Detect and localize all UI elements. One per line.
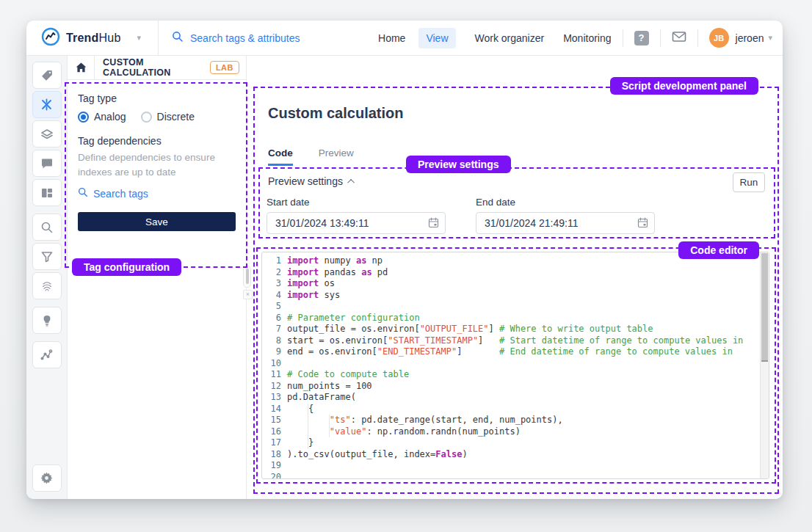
fingerprint-icon <box>40 280 54 293</box>
line-number: 6 <box>267 313 281 324</box>
start-date-input[interactable] <box>267 212 446 234</box>
nav-link-view[interactable]: View <box>418 28 455 48</box>
sidebar-item-filter[interactable] <box>32 243 62 270</box>
tab-preview[interactable]: Preview <box>319 147 354 166</box>
indent-guide <box>308 404 308 449</box>
user-name: jeroen <box>736 32 764 44</box>
code-line: 18).to_csv(output_file, index=False) <box>262 449 760 461</box>
help-icon[interactable]: ? <box>634 31 649 45</box>
home-icon[interactable] <box>68 56 95 79</box>
code-line: 11# Code to compute table <box>262 369 760 381</box>
line-number: 1 <box>267 255 281 267</box>
global-search-input[interactable]: Search tags & attributes <box>159 31 300 45</box>
line-number: 10 <box>267 358 281 370</box>
run-button[interactable]: Run <box>733 172 765 192</box>
nav-link-work-organizer[interactable]: Work organizer <box>475 32 545 44</box>
app-body: CUSTOM CALCULATION LAB Tag type AnalogDi… <box>26 56 783 499</box>
radio-analog[interactable]: Analog <box>78 111 126 123</box>
panel-header: CUSTOM CALCULATION LAB <box>68 56 246 80</box>
end-date-input[interactable] <box>476 212 655 234</box>
start-date-field: Start date <box>267 197 446 234</box>
sidebar-item-fingerprint[interactable] <box>32 272 62 299</box>
line-number: 18 <box>267 449 281 461</box>
sidebar-item-search[interactable] <box>32 214 62 241</box>
search-placeholder: Search tags & attributes <box>190 32 300 44</box>
line-number: 11 <box>267 369 281 381</box>
code-editor[interactable]: 1import numpy as np2import pandas as pd3… <box>261 252 769 479</box>
tag-configuration-panel: CUSTOM CALCULATION LAB Tag type AnalogDi… <box>68 56 247 499</box>
line-number: 8 <box>267 335 281 347</box>
script-development-panel: Custom calculation CodePreview Preview s… <box>247 56 783 499</box>
preview-settings-toggle[interactable]: Preview settings <box>268 175 355 187</box>
divider <box>697 29 698 47</box>
avatar: JB <box>709 28 729 48</box>
tag-dependencies-hint: Define dependencies to ensure indexes ar… <box>78 150 236 179</box>
line-number: 3 <box>267 278 281 290</box>
line-number: 19 <box>267 460 281 472</box>
chevron-up-icon <box>347 178 355 186</box>
calendar-icon[interactable] <box>637 217 648 231</box>
search-tags-link[interactable]: Search tags <box>78 187 236 200</box>
editor-scrollbar[interactable] <box>760 252 769 478</box>
line-number: 9 <box>267 346 281 358</box>
calendar-icon[interactable] <box>428 217 439 231</box>
sidebar-item-layers[interactable] <box>32 120 62 147</box>
sidebar-item-tag[interactable] <box>32 62 62 89</box>
divider <box>623 29 623 47</box>
save-button[interactable]: Save <box>78 212 236 231</box>
lightbulb-icon <box>40 314 54 327</box>
sidebar-item-dashboard[interactable] <box>32 179 62 206</box>
code-line: 3import os <box>262 278 760 290</box>
nav-link-home[interactable]: Home <box>378 32 405 44</box>
mail-icon[interactable] <box>672 31 686 45</box>
code-line: 10 <box>262 358 760 370</box>
code-line: 7output_file = os.environ["OUTPUT_FILE"]… <box>262 324 760 335</box>
nav-link-monitoring[interactable]: Monitoring <box>563 32 611 44</box>
brand-menu[interactable]: TrendHub ▾ <box>26 21 159 55</box>
node-graph-icon <box>40 348 54 362</box>
indent-guide <box>329 415 330 437</box>
code-line: 8start = os.environ["START_TIMESTAMP"] #… <box>262 335 760 347</box>
navbar-right: HomeViewWork organizerMonitoring ? JB je… <box>359 28 783 48</box>
annotation-label-code-editor: Code editor <box>678 241 759 259</box>
chevron-down-icon[interactable]: ▾ <box>137 33 142 43</box>
sidebar-item-custom-calculation[interactable] <box>32 91 62 118</box>
start-date-label: Start date <box>267 197 446 208</box>
panel-scrollbar[interactable] <box>243 266 251 288</box>
tag-type-label: Tag type <box>78 92 236 104</box>
lab-badge: LAB <box>210 61 239 74</box>
code-lines: 1import numpy as np2import pandas as pd3… <box>262 255 760 479</box>
top-navbar: TrendHub ▾ Search tags & attributes Home… <box>26 21 783 56</box>
line-number: 14 <box>267 404 281 415</box>
layers-icon <box>40 128 54 141</box>
sidebar-item-node-graph[interactable] <box>32 341 62 368</box>
dashboard-icon <box>40 186 54 200</box>
filter-icon <box>40 250 54 263</box>
user-menu[interactable]: JB jeroen ▾ <box>709 28 772 48</box>
code-line: 17 } <box>262 437 760 449</box>
sidebar-item-comment[interactable] <box>32 150 62 177</box>
sidebar-item-gear[interactable] <box>32 464 62 492</box>
code-line: 20 <box>262 472 760 480</box>
annotation-label-tag-configuration: Tag configuration <box>72 258 181 276</box>
code-line: 5 <box>262 301 760 313</box>
brand-name: TrendHub <box>66 32 121 45</box>
line-number: 13 <box>267 392 281 404</box>
code-line: 12num_points = 100 <box>262 381 760 393</box>
code-line: 6# Parameter configuration <box>262 313 760 324</box>
annotation-label-script-development-panel: Script development panel <box>610 77 758 95</box>
radio-discrete[interactable]: Discrete <box>141 111 195 123</box>
editor-scrollbar-thumb[interactable] <box>761 253 768 362</box>
code-line: 9end = os.environ["END_TIMESTAMP"] # End… <box>262 346 760 358</box>
tab-code[interactable]: Code <box>268 147 293 166</box>
panel-scrollbar-thumb[interactable] <box>246 269 249 284</box>
sidebar-item-lightbulb[interactable] <box>32 307 62 334</box>
close-icon[interactable]: × <box>243 290 253 299</box>
line-number: 7 <box>267 324 281 335</box>
search-icon <box>40 221 54 234</box>
radio-button-icon <box>78 112 89 123</box>
tab-bar: CodePreview <box>268 147 354 166</box>
line-number: 17 <box>267 437 281 449</box>
code-line: 15 "ts": pd.date_range(start, end, num_p… <box>262 415 760 426</box>
divider <box>660 29 661 47</box>
